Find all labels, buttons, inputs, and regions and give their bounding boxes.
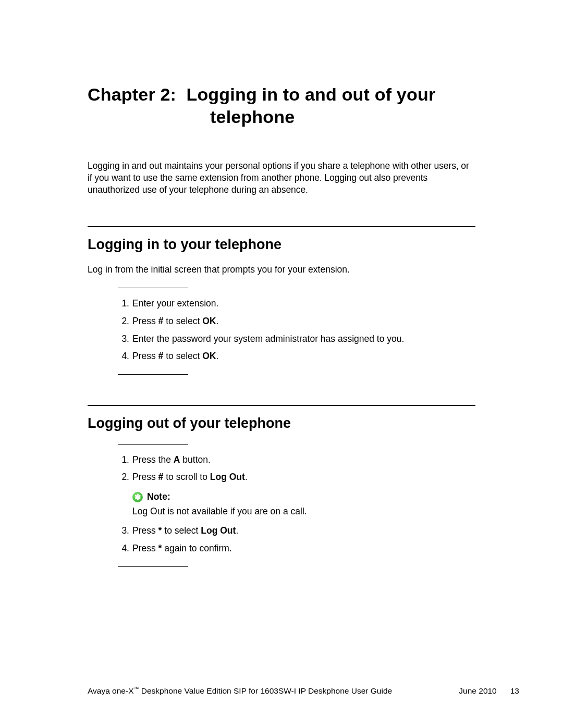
- chapter-title-line1: Logging in to and out of your: [186, 84, 435, 104]
- chapter-title-line2: telephone: [88, 106, 295, 128]
- page-footer: Avaya one-X™ Deskphone Value Edition SIP…: [88, 686, 519, 696]
- footer-date: June 2010: [459, 686, 496, 696]
- note-head: ✱ Note:: [132, 491, 475, 503]
- list-item: 4.Press # to select OK.: [118, 350, 475, 363]
- steps-rule-bottom: [118, 374, 188, 375]
- footer-product: Avaya one-X™ Deskphone Value Edition SIP…: [88, 686, 392, 696]
- list-item: 4.Press * again to confirm.: [118, 542, 475, 555]
- section-divider: [88, 226, 475, 227]
- note-body: Log Out is not available if you are on a…: [132, 505, 475, 518]
- note-icon: ✱: [132, 492, 143, 502]
- footer-page-number: 13: [510, 686, 519, 696]
- steps-rule-top: [118, 288, 188, 288]
- document-page: Chapter 2: Logging in to and out of your…: [0, 0, 563, 728]
- chapter-prefix: Chapter 2:: [88, 84, 176, 104]
- list-item: 2.Press # to scroll to Log Out. ✱ Note: …: [118, 471, 475, 517]
- section-title-login: Logging in to your telephone: [88, 237, 475, 253]
- list-item: 3.Press * to select Log Out.: [118, 525, 475, 537]
- logout-steps: 1.Press the A button. 2.Press # to scrol…: [118, 454, 475, 555]
- steps-rule-bottom: [118, 566, 188, 567]
- list-item: 3.Enter the password your system adminis…: [118, 333, 475, 346]
- chapter-title: Chapter 2: Logging in to and out of your…: [88, 83, 475, 128]
- note-label: Note:: [147, 491, 170, 503]
- chapter-intro: Logging in and out maintains your person…: [88, 160, 475, 196]
- list-item: 1.Enter your extension.: [118, 298, 475, 310]
- list-item: 2.Press # to select OK.: [118, 315, 475, 328]
- section-intro-login: Log in from the initial screen that prom…: [88, 264, 475, 275]
- login-steps: 1.Enter your extension. 2.Press # to sel…: [118, 298, 475, 363]
- list-item: 1.Press the A button.: [118, 454, 475, 466]
- note-block: ✱ Note: Log Out is not available if you …: [132, 491, 475, 517]
- footer-meta: June 2010 13: [459, 686, 519, 696]
- steps-rule-top: [118, 444, 188, 445]
- section-divider: [88, 405, 475, 406]
- section-title-logout: Logging out of your telephone: [88, 415, 475, 431]
